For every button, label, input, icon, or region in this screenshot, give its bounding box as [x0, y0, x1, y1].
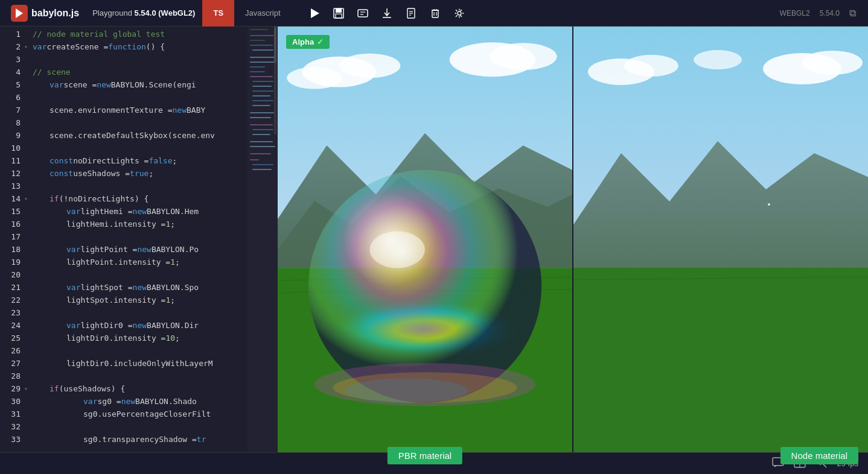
download-icon [381, 7, 393, 19]
line-number: 26 [11, 344, 21, 357]
new-button[interactable] [400, 2, 422, 24]
svg-point-78 [768, 203, 770, 206]
line-number: 17 [11, 230, 21, 243]
line-number: 31 [11, 408, 21, 420]
svg-point-71 [624, 55, 678, 77]
line-number: 27 [11, 357, 21, 370]
logo-text: babylon.js [31, 8, 79, 19]
code-line: const noDirectLights = false; [24, 154, 247, 167]
svg-rect-45 [250, 153, 271, 154]
fold-icon[interactable]: ▾ [24, 40, 33, 53]
settings-icon [453, 7, 465, 19]
svg-rect-17 [432, 10, 438, 17]
fold-icon[interactable]: ▾ [24, 382, 33, 395]
svg-point-73 [802, 51, 863, 75]
svg-point-68 [345, 378, 468, 403]
line-number: 18 [11, 243, 21, 256]
line-number: 33 [11, 433, 21, 446]
line-number: 6 [16, 91, 21, 104]
playground-title: Playground 5.54.0 (WebGL2) [85, 8, 202, 17]
svg-rect-76 [573, 268, 868, 474]
viewport-left[interactable]: Alpha ✓ PBR material [278, 27, 573, 474]
svg-rect-44 [250, 146, 275, 147]
delete-icon [429, 7, 441, 19]
code-line [24, 91, 247, 104]
line-number: 5 [16, 78, 21, 91]
code-line [24, 53, 247, 66]
line-number: 2 [16, 40, 21, 53]
tab-ts[interactable]: TS [202, 0, 234, 27]
svg-rect-40 [250, 124, 273, 125]
svg-rect-33 [252, 86, 272, 87]
line-number: 25 [11, 332, 21, 344]
code-line: var lightDir0 = new BABYLON.Dir [24, 319, 247, 332]
svg-rect-30 [250, 71, 265, 72]
code-line: ▾var createScene = function () { [24, 40, 247, 53]
line-numbers: 1234567891011121314151617181920212223242… [0, 27, 24, 474]
version-badge: 5.54.0 [820, 9, 840, 17]
line-number: 21 [11, 281, 21, 294]
svg-rect-37 [252, 105, 270, 106]
node-label: Node material [780, 447, 858, 464]
svg-rect-39 [250, 117, 271, 118]
tab-js[interactable]: Javascript [234, 0, 292, 27]
svg-rect-38 [250, 112, 274, 113]
line-number: 14 [11, 192, 21, 205]
code-line [24, 344, 247, 357]
line-number: 20 [11, 268, 21, 281]
right-info: WEBGL2 5.54.0 ⧉ [780, 8, 863, 19]
code-line: lightDir0.includeOnlyWithLayerM [24, 357, 247, 370]
editor-panel: 1234567891011121314151617181920212223242… [0, 27, 278, 474]
pbr-label: PBR material [388, 447, 462, 464]
save-button[interactable] [328, 2, 349, 24]
code-line: lightPoint.intensity = 1; [24, 256, 247, 268]
svg-rect-48 [252, 169, 272, 170]
code-area[interactable]: // node material global test▾var createS… [24, 27, 247, 474]
preview-panel[interactable]: Alpha ✓ PBR material [278, 27, 868, 474]
svg-rect-35 [252, 95, 270, 96]
line-number: 30 [11, 395, 21, 408]
code-line [24, 420, 247, 433]
svg-rect-23 [250, 35, 274, 36]
viewport-right[interactable]: Node material [573, 27, 868, 474]
line-number: 24 [11, 319, 21, 332]
code-line [24, 306, 247, 319]
line-number: 29 [11, 382, 21, 395]
code-line: // scene [24, 66, 247, 78]
svg-rect-47 [252, 164, 273, 165]
code-line: lightDir0.intensity = 10; [24, 332, 247, 344]
settings-button[interactable] [448, 2, 470, 24]
svg-rect-31 [250, 76, 273, 77]
code-line [24, 370, 247, 382]
code-line [24, 268, 247, 281]
svg-point-54 [287, 67, 342, 89]
delete-button[interactable] [424, 2, 446, 24]
download-button[interactable] [376, 2, 398, 24]
line-number: 4 [16, 66, 21, 78]
fold-icon[interactable]: ▾ [24, 192, 33, 205]
line-number: 3 [16, 53, 21, 66]
logo-area: babylon.js [5, 5, 85, 22]
svg-rect-41 [252, 129, 273, 130]
code-line: var sg0 = new BABYLON.Shado [24, 395, 247, 408]
line-number: 11 [11, 154, 21, 167]
minimap [247, 27, 278, 474]
sky-background-right [573, 27, 868, 474]
copy-icon[interactable]: ⧉ [849, 8, 856, 19]
inspect-button[interactable] [352, 2, 374, 24]
line-number: 10 [11, 142, 21, 154]
alpha-badge: Alpha ✓ [286, 35, 330, 49]
line-number: 13 [11, 180, 21, 192]
svg-rect-42 [252, 134, 270, 135]
svg-rect-27 [250, 57, 275, 58]
svg-point-53 [339, 54, 401, 78]
code-line: scene.environmentTexture = new BABY [24, 104, 247, 116]
svg-rect-21 [249, 28, 276, 474]
code-line: lightHemi.intensity = 1; [24, 218, 247, 230]
code-line [24, 142, 247, 154]
run-button[interactable] [304, 2, 325, 24]
svg-rect-4 [336, 8, 342, 13]
code-line: const useShadows = true; [24, 167, 247, 180]
svg-rect-46 [250, 159, 259, 160]
svg-rect-29 [250, 66, 265, 68]
